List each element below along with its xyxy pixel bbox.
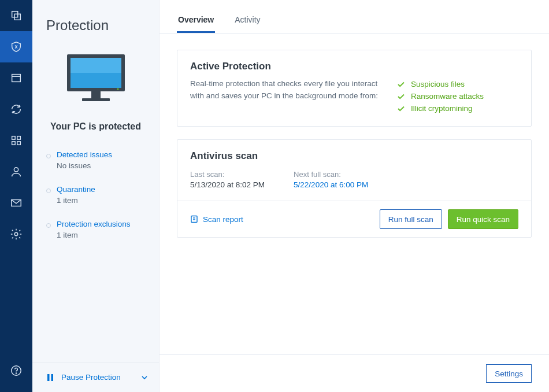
scan-body: Last scan: 5/13/2020 at 8:02 PM Next ful… (177, 168, 531, 189)
active-protection-title: Active Protection (177, 50, 531, 78)
svg-rect-21 (191, 216, 197, 223)
side-panel: Protection Your PC is protected Detected… (32, 0, 159, 392)
nav-rail (0, 0, 32, 392)
nav-item-account[interactable] (0, 156, 32, 187)
svg-point-8 (14, 168, 18, 172)
nav-item-protection[interactable] (0, 31, 32, 62)
pause-protection-label: Pause Protection (61, 373, 121, 382)
next-scan-block: Next full scan: 5/22/2020 at 6:00 PM (294, 170, 518, 189)
protection-item-suspicious: Suspicious files (397, 78, 518, 90)
nav-item-apps[interactable] (0, 125, 32, 156)
active-protection-description: Real-time protection that checks every f… (190, 78, 380, 114)
scan-report-label: Scan report (203, 215, 243, 224)
stat-exclusions: Protection exclusions 1 item (46, 215, 159, 250)
antivirus-scan-title: Antivirus scan (177, 140, 531, 168)
status-heading: Your PC is protected (32, 113, 159, 142)
settings-button[interactable]: Settings (486, 364, 532, 383)
app-root: Protection Your PC is protected Detected… (0, 0, 549, 392)
protection-item-label: Suspicious files (411, 80, 465, 88)
check-icon (397, 105, 405, 113)
nav-item-messages[interactable] (0, 187, 32, 219)
run-quick-scan-button[interactable]: Run quick scan (448, 209, 518, 229)
svg-rect-4 (12, 136, 16, 140)
check-icon (397, 80, 405, 88)
shield-icon (10, 40, 23, 53)
exclusions-link[interactable]: Protection exclusions (57, 220, 159, 228)
pause-icon (46, 373, 54, 382)
svg-rect-5 (17, 136, 21, 140)
tab-overview[interactable]: Overview (177, 15, 215, 33)
nav-item-settings[interactable] (0, 219, 32, 250)
svg-rect-7 (17, 142, 21, 145)
copy-icon (10, 9, 23, 22)
svg-rect-16 (91, 91, 101, 98)
page-title: Protection (32, 0, 159, 34)
stat-detected-issues: Detected issues No issues (46, 146, 159, 180)
stat-list: Detected issues No issues Quarantine 1 i… (32, 142, 159, 250)
user-icon (10, 165, 23, 178)
pause-protection-button[interactable]: Pause Protection (32, 362, 159, 392)
run-full-scan-button[interactable]: Run full scan (380, 209, 442, 229)
main-content: Overview Activity Active Protection Real… (159, 0, 549, 392)
nav-footer (0, 355, 32, 392)
svg-point-18 (117, 88, 118, 90)
tab-activity[interactable]: Activity (233, 15, 261, 33)
check-icon (397, 93, 405, 101)
nav-item-archive[interactable] (0, 62, 32, 94)
next-scan-label: Next full scan: (294, 170, 518, 179)
scan-footer: Scan report Run full scan Run quick scan (177, 201, 531, 237)
last-scan-label: Last scan: (190, 170, 265, 179)
svg-point-10 (14, 232, 18, 236)
active-protection-card: Active Protection Real-time protection t… (177, 50, 532, 127)
gear-icon (10, 228, 23, 241)
scan-report-link[interactable]: Scan report (190, 215, 243, 224)
svg-rect-2 (12, 75, 21, 82)
nav-item-sync[interactable] (0, 94, 32, 125)
help-icon (10, 364, 23, 377)
nav-item-dashboard[interactable] (0, 0, 32, 31)
last-scan-block: Last scan: 5/13/2020 at 8:02 PM (190, 170, 265, 189)
monitor-illustration (32, 34, 159, 113)
protection-item-label: Illicit cryptomining (411, 104, 473, 113)
antivirus-scan-card: Antivirus scan Last scan: 5/13/2020 at 8… (177, 139, 532, 238)
protection-item-ransomware: Ransomware attacks (397, 90, 518, 102)
svg-rect-6 (12, 142, 16, 145)
svg-rect-15 (71, 58, 121, 73)
active-protection-body: Real-time protection that checks every f… (177, 78, 531, 126)
sync-icon (10, 103, 23, 116)
active-protection-list: Suspicious files Ransomware attacks Illi… (397, 78, 518, 114)
svg-rect-17 (82, 98, 110, 101)
nav-items (0, 0, 32, 355)
quarantine-value: 1 item (57, 196, 159, 205)
detected-issues-value: No issues (57, 161, 159, 170)
chevron-down-icon (140, 373, 149, 382)
monitor-icon (61, 50, 131, 108)
apps-icon (10, 134, 23, 147)
last-scan-value: 5/13/2020 at 8:02 PM (190, 180, 265, 189)
next-scan-link[interactable]: 5/22/2020 at 6:00 PM (294, 180, 518, 189)
content-area: Active Protection Real-time protection t… (159, 34, 549, 354)
svg-rect-20 (51, 374, 54, 381)
nav-item-help[interactable] (0, 355, 32, 386)
detected-issues-link[interactable]: Detected issues (57, 150, 159, 159)
scan-actions: Run full scan Run quick scan (380, 209, 518, 229)
report-icon (190, 215, 198, 223)
protection-item-cryptomining: Illicit cryptomining (397, 102, 518, 114)
stat-quarantine: Quarantine 1 item (46, 180, 159, 215)
quarantine-link[interactable]: Quarantine (57, 185, 159, 194)
archive-icon (10, 72, 23, 84)
main-footer: Settings (159, 354, 549, 392)
mail-icon (10, 197, 23, 209)
svg-rect-19 (47, 374, 50, 381)
protection-item-label: Ransomware attacks (411, 92, 484, 101)
tabs: Overview Activity (159, 0, 549, 34)
svg-point-12 (16, 373, 16, 373)
exclusions-value: 1 item (57, 231, 159, 239)
